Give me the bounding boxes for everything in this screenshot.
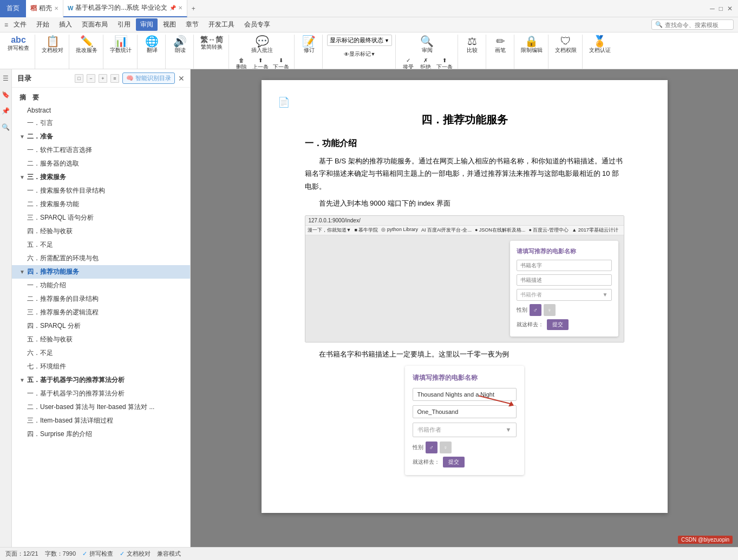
ribbon-btn-track[interactable]: 📝 修订	[299, 35, 319, 55]
ribbon-btn-prevchange[interactable]: ⬆ 下一条	[435, 56, 454, 69]
menu-dev[interactable]: 开发工具	[204, 18, 239, 31]
wps-close[interactable]: ✕	[54, 5, 58, 11]
toc-smart-btn[interactable]: 🧠 智能识别目录	[122, 73, 175, 84]
showmarkup-dropdown[interactable]: 显示标记的最终状态 ▼	[327, 35, 392, 46]
toc-item-ml-4[interactable]: 四．Surprise 库的介绍	[12, 427, 190, 441]
toc-item-abstract[interactable]: 摘 要	[12, 91, 190, 104]
menu-ref[interactable]: 引用	[113, 18, 135, 31]
toc-item-rec-7[interactable]: 七．环境组件	[12, 360, 190, 373]
toc-item-rec-4[interactable]: 四．SPARQL 分析	[12, 319, 190, 333]
menu-search-input[interactable]	[665, 22, 730, 28]
form-author-1[interactable]: 书籍作者 ▼	[517, 289, 612, 301]
doc-pin-icon[interactable]: 📌	[169, 5, 176, 11]
toc-item-ml[interactable]: ▼ 五．基于机器学习的推荐算法分析	[12, 373, 190, 387]
toc-ctrl-options[interactable]: ≡	[110, 74, 119, 83]
ribbon-btn-revise[interactable]: ✏️ 批改服务	[74, 35, 100, 55]
prevchange-icon: ⬆	[442, 57, 447, 63]
ribbon-btn-zhconv[interactable]: 繁↔简 繁简转换	[198, 35, 225, 52]
ribbon-btn-nextcomment[interactable]: ⬇ 下一条	[271, 56, 291, 69]
sidebar-icon-search[interactable]: 🔍	[1, 122, 11, 132]
toc-item-ml-2[interactable]: 二．User-based 算法与 Iter-based 算法对 ...	[12, 400, 190, 414]
toc-item-intro[interactable]: 一．引言	[12, 116, 190, 130]
gender-female-1[interactable]: ♀	[544, 304, 556, 316]
toc-item-rec-1[interactable]: 一．功能介绍	[12, 279, 190, 292]
ribbon-btn-deletecomment[interactable]: 🗑 删除	[233, 56, 250, 69]
toc-item-search-1[interactable]: 一．搜索服务软件目录结构	[12, 184, 190, 197]
toc-item-prep-1[interactable]: 一．软件工程语言选择	[12, 143, 190, 157]
toc-item-rec-5[interactable]: 五．经验与收获	[12, 333, 190, 346]
toc-item-recommend[interactable]: ▼ 四．推荐功能服务	[12, 265, 190, 279]
ribbon-btn-readaloud[interactable]: 🔊 朗读	[171, 35, 190, 55]
gender-male-2[interactable]: ♂	[426, 442, 437, 453]
form-desc-1[interactable]	[517, 274, 612, 286]
toc-item-search-5[interactable]: 五．不足	[12, 238, 190, 252]
sidebar-icon-bookmark[interactable]: 🔖	[1, 90, 11, 100]
toc-ctrl-collapse[interactable]: −	[87, 74, 95, 83]
toc-item-abstract-en[interactable]: Abstract	[12, 104, 190, 116]
form-author-2[interactable]: 书籍作者 ▼	[413, 423, 517, 437]
title-bar: 首页 稻 稻壳 ✕ W 基于机器学习的...系统 毕业论文 📌 ✕ + ─ □ …	[0, 0, 738, 17]
status-spell[interactable]: ✓ 拼写检查	[82, 550, 113, 558]
toc-item-ml-1[interactable]: 一．基于机器学习的推荐算法分析	[12, 387, 190, 400]
menu-file[interactable]: 文件	[9, 18, 31, 31]
ribbon-btn-restrict[interactable]: 🔒 限制编辑	[519, 35, 545, 55]
tab-home[interactable]: 首页	[0, 0, 26, 17]
tab-doc[interactable]: W 基于机器学习的...系统 毕业论文 📌 ✕	[63, 0, 187, 17]
toc-item-rec-2[interactable]: 二．推荐服务的目录结构	[12, 292, 190, 306]
submit-btn-2[interactable]: 提交	[443, 457, 465, 467]
gender-male-1[interactable]: ♂	[530, 304, 541, 316]
toc-item-search-3[interactable]: 三．SPARQL 语句分析	[12, 211, 190, 225]
sidebar-icon-mark[interactable]: 📌	[1, 106, 11, 116]
toc-item-prep[interactable]: ▼ 二．准备	[12, 130, 190, 143]
menu-insert[interactable]: 插入	[55, 18, 76, 31]
tab-wps[interactable]: 稻 稻壳 ✕	[26, 0, 63, 17]
ribbon-btn-compare[interactable]: ⚖ 比较	[462, 35, 482, 55]
ribbon-btn-showmarkup[interactable]: 👁 显示标记 ▼	[342, 49, 377, 59]
gender-female-2[interactable]: ♀	[440, 442, 452, 453]
menu-chapter[interactable]: 章节	[181, 18, 203, 31]
toc-collapse-recommend[interactable]: ▼	[19, 269, 25, 275]
sidebar-icon-nav[interactable]: ☰	[1, 74, 11, 83]
toc-item-search-6[interactable]: 六．所需配置的环境与包	[12, 252, 190, 265]
toc-ctrl-expand[interactable]: +	[99, 74, 107, 83]
ribbon-btn-cert[interactable]: 🏅 文档认证	[587, 35, 613, 55]
toc-collapse-prep[interactable]: ▼	[19, 134, 25, 140]
ribbon-btn-draw[interactable]: ✏ 画笔	[491, 35, 510, 55]
ribbon-btn-reject[interactable]: ✗ 拒绝	[417, 56, 434, 69]
form-bookname-1[interactable]	[517, 260, 612, 271]
toc-item-rec-6[interactable]: 六．不足	[12, 346, 190, 360]
toc-item-search[interactable]: ▼ 三．搜索服务	[12, 170, 190, 184]
window-close[interactable]: ✕	[727, 5, 733, 12]
submit-btn-1[interactable]: 提交	[547, 319, 569, 330]
toc-item-prep-2[interactable]: 二．服务器的选取	[12, 157, 190, 170]
window-min[interactable]: ─	[710, 5, 715, 12]
menu-view[interactable]: 视图	[159, 18, 180, 31]
toc-item-search-4[interactable]: 四．经验与收获	[12, 225, 190, 238]
menu-vip[interactable]: 会员专享	[240, 18, 275, 31]
toc-item-rec-3[interactable]: 三．推荐服务的逻辑流程	[12, 306, 190, 319]
window-max[interactable]: □	[719, 5, 723, 12]
doc-close[interactable]: ✕	[178, 5, 182, 11]
ribbon-btn-translate[interactable]: 🌐 翻译	[142, 35, 162, 55]
ribbon-btn-spell[interactable]: abc 拼写检查	[5, 35, 31, 53]
menu-review[interactable]: 审阅	[136, 18, 158, 31]
ribbon-btn-doccheck[interactable]: 📋 文档校对	[40, 35, 66, 55]
toc-close-btn[interactable]: ✕	[178, 74, 185, 83]
menu-start[interactable]: 开始	[32, 18, 54, 31]
toc-collapse-ml[interactable]: ▼	[19, 377, 25, 383]
toc-item-search-2[interactable]: 二．搜索服务功能	[12, 197, 190, 211]
doccheck-status-label: 文档校对	[127, 550, 151, 558]
toc-item-ml-3[interactable]: 三．Item-based 算法详细过程	[12, 414, 190, 427]
toc-collapse-search[interactable]: ▼	[19, 174, 25, 180]
status-doccheck[interactable]: ✓ 文档校对	[120, 550, 151, 558]
ribbon-btn-review2[interactable]: 🔍 审阅	[417, 35, 437, 55]
ribbon-btn-rights[interactable]: 🛡 文档权限	[553, 35, 579, 55]
ribbon-btn-wordcount[interactable]: 📊 字数统计	[108, 35, 134, 55]
menu-search-box[interactable]: 🔍	[651, 19, 734, 30]
menu-layout[interactable]: 页面布局	[77, 18, 112, 31]
tab-add[interactable]: +	[187, 3, 200, 15]
ribbon-btn-prevcomment[interactable]: ⬆ 上一条	[251, 56, 270, 69]
ribbon-btn-insertcomment[interactable]: 💬 插入批注	[249, 35, 275, 55]
ribbon-btn-accept[interactable]: ✓ 接受	[400, 56, 416, 69]
toc-ctrl-expand-all[interactable]: □	[75, 74, 83, 83]
